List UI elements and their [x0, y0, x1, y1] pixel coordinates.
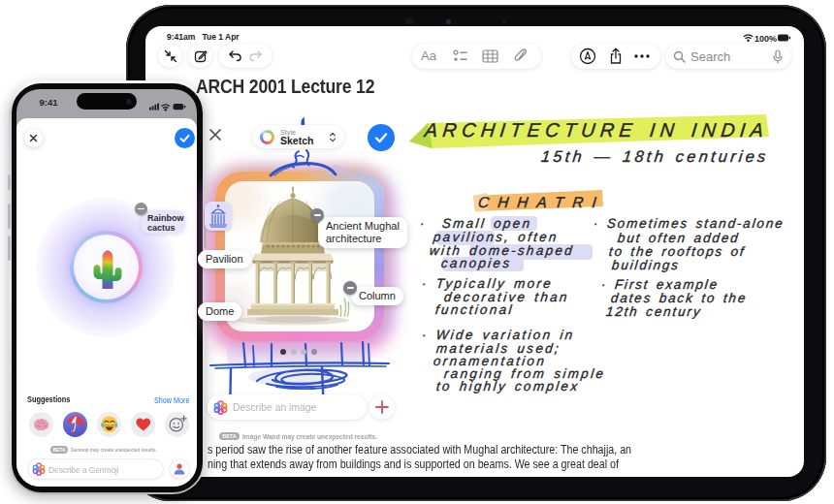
svg-text:100%: 100% — [754, 34, 777, 44]
